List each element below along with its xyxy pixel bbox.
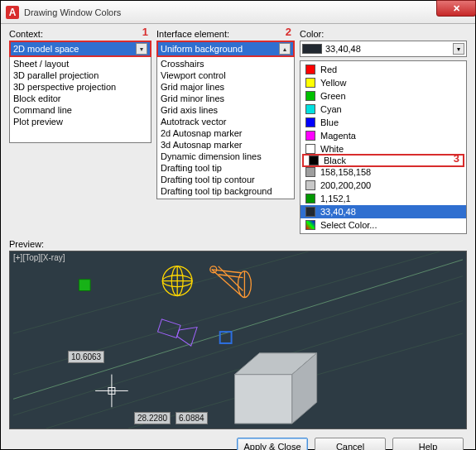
list-item[interactable]: 2d Autosnap marker — [158, 127, 293, 139]
tooltip-coord-2a: 28.2280 — [134, 412, 171, 424]
list-item[interactable]: Block editor — [11, 93, 150, 104]
preview-label: Preview: — [9, 239, 467, 249]
interface-selected-box[interactable]: Uniform background ▴ — [156, 41, 295, 57]
annotation-1: 1 — [142, 26, 148, 38]
color-label: Color: — [300, 29, 467, 39]
list-item[interactable]: Drafting tool tip background — [158, 185, 293, 197]
list-item[interactable]: Drafting tool tip contour — [158, 174, 293, 185]
dialog-drawing-window-colors: A Drawing Window Colors ✕ Context: 1 2D … — [0, 0, 476, 450]
context-label: Context: 1 — [9, 29, 151, 39]
button-row: Apply & Close Cancel Help — [9, 438, 467, 450]
svg-rect-6 — [79, 280, 90, 291]
list-item[interactable]: Plot preview — [11, 116, 150, 127]
color-option-yellow[interactable]: Yellow — [301, 76, 466, 89]
context-items[interactable]: Sheet / layout 3D parallel projection 3D… — [9, 57, 151, 143]
annotation-2: 2 — [286, 26, 291, 38]
list-item[interactable]: Autotrack vector — [158, 116, 293, 127]
interface-items[interactable]: Crosshairs Viewport control Grid major l… — [156, 57, 295, 199]
color-option-33-40-48[interactable]: 33,40,48 — [301, 205, 466, 218]
context-listbox[interactable]: 2D model space ▾ — [9, 41, 151, 57]
list-item[interactable]: Grid major lines — [158, 81, 293, 93]
window-title: Drawing Window Colors — [24, 7, 470, 17]
color-option-select-color[interactable]: Select Color... — [301, 218, 466, 232]
tooltip-coord-2b: 6.0884 — [175, 412, 208, 424]
list-item[interactable]: Dynamic dimension lines — [158, 151, 293, 162]
color-option-cyan[interactable]: Cyan — [301, 103, 466, 116]
apply-close-button[interactable]: Apply & Close — [237, 438, 308, 450]
titlebar: A Drawing Window Colors ✕ — [1, 1, 475, 24]
interface-selected: Uniform background — [161, 44, 243, 54]
current-color-text: 33,40,48 — [325, 44, 453, 54]
color-option-1-152-1[interactable]: 1,152,1 — [301, 192, 466, 205]
list-item[interactable]: 3D perspective projection — [11, 81, 150, 93]
color-option-magenta[interactable]: Magenta — [301, 129, 466, 142]
cancel-button[interactable]: Cancel — [315, 438, 386, 450]
preview-viewport: [+][Top][X-ray] — [9, 251, 467, 429]
current-color-swatch — [302, 44, 322, 54]
color-option-black[interactable]: Black — [302, 154, 464, 167]
list-item[interactable]: Command line — [11, 104, 150, 116]
close-icon: ✕ — [453, 3, 460, 14]
list-item[interactable]: Drafting tool tip — [158, 162, 293, 174]
list-item[interactable]: 3d Autosnap marker — [158, 139, 293, 151]
color-dropdown-list[interactable]: Red Yellow Green Cyan Blue Magenta White… — [300, 60, 467, 234]
annotation-3: 3 — [454, 152, 459, 165]
color-combobox[interactable]: 33,40,48 ▾ — [300, 41, 467, 57]
chevron-down-icon[interactable]: ▾ — [136, 43, 147, 55]
svg-marker-22 — [235, 375, 292, 424]
chevron-up-icon[interactable]: ▴ — [279, 43, 291, 55]
list-item[interactable]: Grid axis lines — [158, 104, 293, 116]
color-option-green[interactable]: Green — [301, 89, 466, 103]
color-option-158[interactable]: 158,158,158 — [301, 165, 466, 179]
chevron-down-icon[interactable]: ▾ — [453, 43, 464, 55]
preview-graphics — [10, 251, 466, 428]
list-item[interactable]: Grid minor lines — [158, 93, 293, 104]
list-item[interactable]: Viewport control — [158, 69, 293, 81]
app-icon: A — [6, 6, 19, 19]
svg-marker-20 — [175, 322, 197, 346]
close-button[interactable]: ✕ — [436, 0, 476, 17]
list-item[interactable]: Control vertices hull — [158, 197, 293, 199]
list-item[interactable]: Sheet / layout — [11, 58, 150, 69]
list-item[interactable]: 3D parallel projection — [11, 69, 150, 81]
color-option-blue[interactable]: Blue — [301, 116, 466, 129]
svg-line-14 — [212, 270, 242, 296]
interface-label: Interface element: 2 — [156, 29, 295, 39]
context-selected: 2D model space — [13, 44, 79, 54]
dialog-body: Context: 1 2D model space ▾ Sheet / layo… — [1, 24, 475, 450]
help-button[interactable]: Help — [392, 438, 464, 450]
list-item[interactable]: Crosshairs — [158, 58, 293, 69]
color-option-red[interactable]: Red — [301, 63, 466, 76]
color-option-200[interactable]: 200,200,200 — [301, 179, 466, 192]
tooltip-coord-1: 10.6063 — [68, 351, 104, 363]
